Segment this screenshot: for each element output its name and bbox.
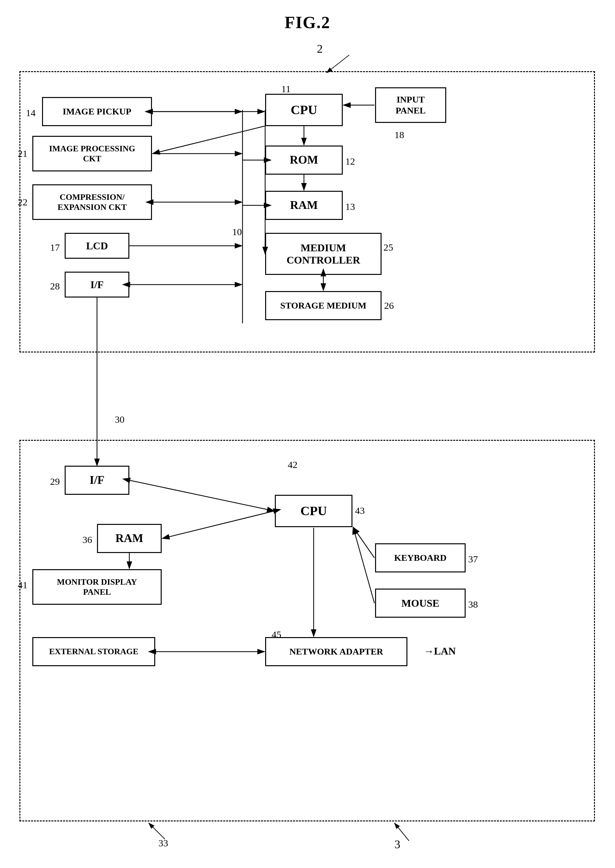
- image-processing-block: IMAGE PROCESSINGCKT: [32, 136, 152, 172]
- ref-2-label: 2: [317, 42, 323, 56]
- ref12-label: 12: [345, 156, 355, 167]
- ref36-label: 36: [83, 534, 92, 545]
- ref26-label: 26: [384, 300, 394, 311]
- mouse-block: MOUSE: [375, 589, 466, 618]
- if29-block: I/F: [65, 466, 130, 495]
- lan-label: →LAN: [424, 645, 456, 657]
- cpu43-block: CPU: [275, 495, 353, 527]
- svg-line-31: [149, 823, 165, 839]
- cpu11-block: CPU: [265, 94, 343, 126]
- ref22-label: 22: [18, 197, 28, 208]
- ref10-label: 10: [232, 226, 242, 237]
- external-storage-block: EXTERNAL STORAGE: [32, 637, 155, 666]
- ref29-label: 29: [50, 476, 60, 487]
- ram13-block: RAM: [265, 191, 343, 220]
- page-container: FIG.2 2 IMAGE PICKUP 14 IMAGE PROCESSING…: [0, 0, 615, 868]
- ref13-label: 13: [345, 201, 355, 212]
- lcd-block: LCD: [65, 233, 130, 259]
- ref3-label: 3: [395, 838, 400, 851]
- monitor-display-block: MONITOR DISPLAYPANEL: [32, 569, 162, 605]
- medium-controller-block: MEDIUMCONTROLLER: [265, 233, 382, 275]
- storage-medium-block: STORAGE MEDIUM: [265, 291, 382, 320]
- ref38-label: 38: [468, 599, 478, 610]
- input-panel-block: INPUTPANEL: [375, 87, 446, 123]
- ref25-label: 25: [384, 242, 393, 253]
- compression-block: COMPRESSION/EXPANSION CKT: [32, 184, 152, 220]
- ref37-label: 37: [468, 554, 478, 565]
- ref30-label: 30: [115, 414, 125, 425]
- ref11-label: 11: [281, 83, 291, 94]
- ref28-label: 28: [50, 281, 60, 292]
- ref17-label: 17: [50, 242, 60, 253]
- ref45-label: 45: [272, 629, 281, 640]
- image-pickup-block: IMAGE PICKUP: [42, 97, 152, 126]
- figure-title: FIG.2: [0, 0, 615, 32]
- svg-line-4: [326, 55, 349, 73]
- ref42-label: 42: [288, 459, 298, 470]
- ref41-label: 41: [18, 579, 28, 590]
- keyboard-block: KEYBOARD: [375, 543, 466, 572]
- ref21-label: 21: [18, 148, 28, 159]
- network-adapter-block: NETWORK ADAPTER: [265, 637, 407, 666]
- ref18-label: 18: [395, 130, 404, 141]
- rom-block: ROM: [265, 145, 343, 175]
- ref33-label: 33: [158, 838, 168, 849]
- ref14-label: 14: [26, 108, 36, 119]
- if28-block: I/F: [65, 272, 130, 298]
- ram36-block: RAM: [97, 524, 162, 553]
- ref43-label: 43: [355, 505, 365, 516]
